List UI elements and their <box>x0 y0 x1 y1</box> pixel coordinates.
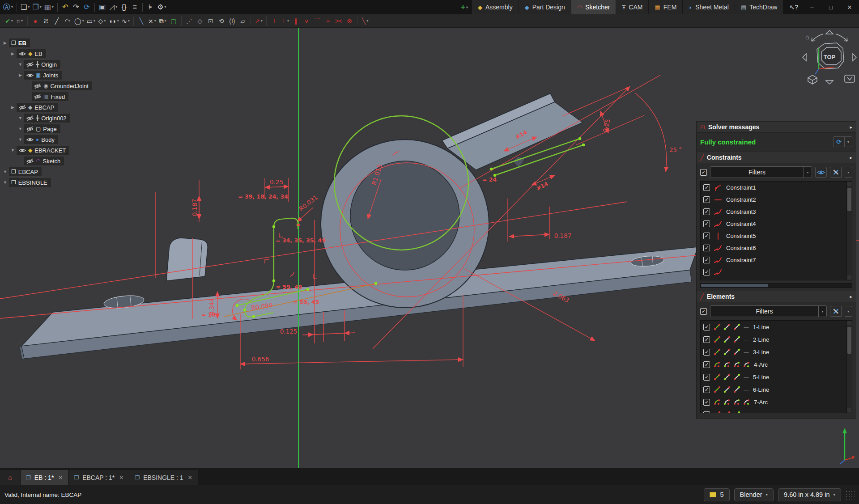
dimension-label[interactable]: = 39, 18, 24, 34 <box>238 193 288 200</box>
collapse-arrow-icon[interactable]: ▸ <box>850 155 852 161</box>
expander-icon[interactable]: ▼ <box>17 116 24 120</box>
dropdown-caret[interactable]: ▾ <box>52 5 54 9</box>
scrollbar-thumb[interactable] <box>847 327 851 354</box>
perpendicular-constraint-icon[interactable]: ∨ <box>301 15 312 27</box>
expander-icon[interactable]: ▼ <box>2 169 9 174</box>
arc-center-icon[interactable] <box>743 361 750 368</box>
new-document-icon[interactable]: ❏▾ <box>19 1 31 13</box>
3d-viewport[interactable]: 0.25= 39, 18, 24, 340.187R0.031= 34, 35,… <box>0 28 859 468</box>
whats-this-icon[interactable]: ↖? <box>789 4 798 11</box>
close-tab-icon[interactable]: ✕ <box>188 474 192 481</box>
polygon-icon[interactable]: ◇▾ <box>97 15 107 27</box>
dimension-label[interactable]: 0.656 <box>252 356 269 363</box>
expander-icon[interactable]: ▼ <box>9 148 16 152</box>
dropdown-caret[interactable]: ▾ <box>11 19 13 23</box>
tree-item-row[interactable]: ▣Joints <box>24 70 62 80</box>
toggle-construction-icon[interactable]: ▢ <box>168 15 179 27</box>
nav-rotate-right-arrow[interactable] <box>836 34 847 41</box>
arc-icon[interactable]: ◜▾ <box>62 15 73 27</box>
resize-grip[interactable] <box>845 490 855 500</box>
arc-edge-icon[interactable] <box>714 398 721 406</box>
constraint-checkbox[interactable]: ✓ <box>703 245 710 251</box>
select-elements-icon[interactable]: ⊡ <box>205 15 216 27</box>
dimension-label[interactable]: 0.25 <box>270 178 283 186</box>
line-end-icon[interactable] <box>733 323 740 330</box>
slot-icon[interactable]: ◖◗▾ <box>107 15 120 27</box>
expander-icon[interactable]: ▶ <box>2 41 9 45</box>
elements-header[interactable]: ╱ Elements ▸ <box>697 291 856 302</box>
close-tab-icon[interactable]: ✕ <box>58 474 63 481</box>
constraint-checkbox[interactable]: ✓ <box>703 233 710 239</box>
validate-sketch-icon[interactable]: ◇ <box>195 15 205 27</box>
mirror-sketch-icon[interactable]: ⟲ <box>216 15 227 27</box>
dropdown-caret[interactable]: ▾ <box>115 5 117 9</box>
tree-item-ebsingle[interactable]: ▼❐EBSINGLE <box>2 177 93 188</box>
auto-update-caret[interactable]: ▾ <box>845 136 852 147</box>
line-edge-icon[interactable] <box>714 336 721 343</box>
expander-icon[interactable]: ▼ <box>2 180 9 185</box>
constraint-row-constraint4[interactable]: ✓Constraint4 <box>701 218 852 230</box>
view-size-selector[interactable]: 9.60 in x 4.89 in▾ <box>778 488 841 501</box>
dimension-label[interactable]: = 10 <box>201 311 216 318</box>
tree-item-row[interactable]: ◠Sketch <box>24 156 64 166</box>
tree-item-ebcap[interactable]: ▶◆EBCAP <box>9 102 93 113</box>
tree-item-row[interactable]: ╋Origin002 <box>24 113 71 123</box>
element-checkbox[interactable]: ✓ <box>703 386 710 393</box>
dropdown-caret[interactable]: ▾ <box>165 5 166 9</box>
tree-item-eb[interactable]: ▶◆EB <box>9 48 93 59</box>
save-icon[interactable]: ▦▾ <box>43 1 55 13</box>
element-row-6-line[interactable]: ✓—6-Line <box>701 383 852 396</box>
line-start-icon[interactable] <box>723 336 731 343</box>
line-end-icon[interactable] <box>733 386 740 393</box>
dimension-label[interactable]: 0.125 <box>280 328 298 335</box>
dimension-label[interactable]: 25 ° <box>669 146 682 153</box>
dropdown-caret[interactable]: ▾ <box>21 19 23 23</box>
grid-icon[interactable]: ⌗▾ <box>14 15 25 27</box>
document-tab-ebcap-1[interactable]: ❐EBCAP : 1*✕ <box>68 470 129 485</box>
dimension-label[interactable]: 0.25 <box>601 118 612 133</box>
dropdown-caret[interactable]: ▾ <box>117 19 119 23</box>
undo-icon[interactable]: ↶ <box>60 1 71 13</box>
constraint-checkbox[interactable]: ✓ <box>703 208 710 215</box>
dropdown-caret[interactable]: ▾ <box>128 19 130 23</box>
constraints-filter-checkbox[interactable]: ✓ <box>700 169 707 176</box>
expander-icon[interactable]: ▶ <box>17 73 24 77</box>
element-checkbox[interactable]: ✓ <box>703 399 710 406</box>
constraint-checkbox[interactable]: ✓ <box>703 269 710 275</box>
tools-icon[interactable]: ⚙▾ <box>156 1 167 13</box>
dropdown-caret[interactable]: ▾ <box>366 19 368 23</box>
line-start-icon[interactable] <box>723 386 731 393</box>
dimension-label[interactable]: 0.187 <box>191 199 198 216</box>
workbench-tab-sheet-metal[interactable]: ◗Sheet Metal <box>682 0 735 14</box>
arc-start-icon[interactable] <box>723 398 731 406</box>
horizontal-distance-icon[interactable]: ⊥▾ <box>280 15 290 27</box>
dropdown-caret[interactable]: ▾ <box>28 5 30 9</box>
refresh-icon[interactable]: ⟳ <box>81 1 92 13</box>
dimension-label[interactable]: = 34, 35, 35, 49 <box>276 237 326 244</box>
scroll-down-arrow[interactable] <box>847 275 851 280</box>
constraint-row-constraint1[interactable]: ✓Constraint1 <box>701 182 852 194</box>
constraint-settings-button[interactable] <box>830 167 842 178</box>
element-checkbox[interactable]: ✓ <box>703 361 710 368</box>
dropdown-caret[interactable]: ▾ <box>165 19 166 23</box>
dropdown-caret[interactable]: ▾ <box>154 19 156 23</box>
line-edge-icon[interactable] <box>714 348 721 356</box>
dimension-label[interactable]: = 24 <box>482 176 497 183</box>
constraint-checkbox[interactable]: ✓ <box>703 257 710 263</box>
dropdown-caret[interactable]: ▾ <box>833 492 835 497</box>
tree-item-body[interactable]: ▼●Body <box>17 134 93 145</box>
tree-item-sketch[interactable]: ◠Sketch <box>17 156 93 166</box>
collapse-arrow-icon[interactable]: ▸ <box>850 294 852 300</box>
line-end-icon[interactable] <box>733 336 740 343</box>
constraints-header[interactable]: ╱ Constraints ▸ <box>697 152 856 163</box>
line-start-icon[interactable] <box>723 373 731 381</box>
constraint-row-constraint3[interactable]: ✓Constraint3 <box>701 206 852 218</box>
clamp-ring[interactable] <box>321 140 489 308</box>
show-hide-constraints-button[interactable] <box>815 167 827 178</box>
line-edge-icon[interactable] <box>714 386 721 393</box>
tree-item-row[interactable]: ❐EBCAP <box>9 167 42 177</box>
element-row-partial[interactable]: ✓— <box>701 408 852 413</box>
tree-item-ebracket[interactable]: ▼◆EBRACKET <box>9 145 93 156</box>
workbench-tab-sketcher[interactable]: ◠Sketcher <box>571 0 616 14</box>
elements-filter-combo[interactable]: Filters ▾ <box>710 305 827 317</box>
